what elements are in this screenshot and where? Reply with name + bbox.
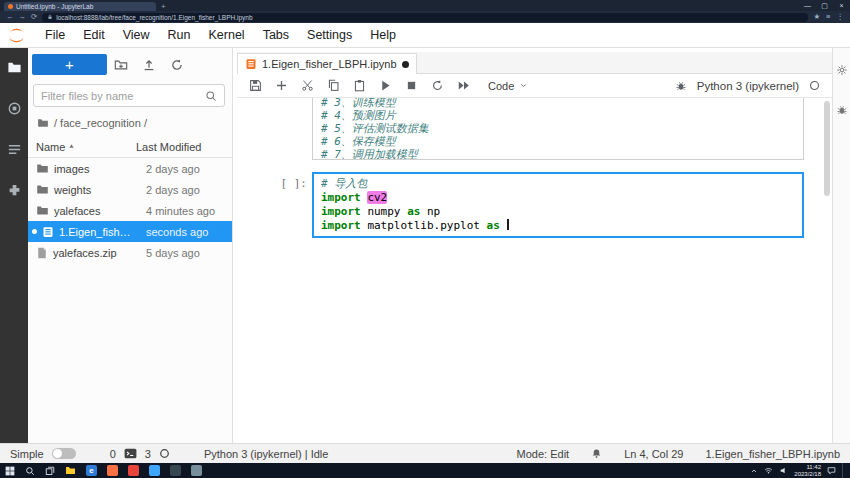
- code-comment-line: # 4、预测图片: [321, 109, 795, 122]
- right-activity-bar: [832, 48, 850, 443]
- copy-icon[interactable]: [327, 79, 340, 92]
- kernel-status-idle-icon[interactable]: [809, 80, 820, 91]
- debugger-bug-icon[interactable]: [836, 104, 848, 116]
- url-field[interactable]: localhost:8888/lab/tree/face_recognition…: [42, 13, 808, 22]
- file-browser-toolbar: +: [32, 54, 230, 75]
- settings-app-icon[interactable]: [191, 465, 202, 476]
- vertical-scrollbar-thumb[interactable]: [824, 101, 830, 196]
- mode-indicator[interactable]: Mode: Edit: [517, 448, 570, 460]
- interrupt-kernel-stop-icon[interactable]: [405, 79, 418, 92]
- terminals-count[interactable]: 0: [110, 448, 116, 460]
- file-row-zip[interactable]: yalefaces.zip 5 days ago: [28, 242, 232, 263]
- clock-date: 2023/2/18: [794, 471, 821, 478]
- table-of-contents-icon[interactable]: [7, 142, 22, 157]
- menu-file[interactable]: File: [36, 23, 74, 48]
- volume-icon[interactable]: [779, 466, 788, 475]
- notification-center-icon[interactable]: [827, 466, 836, 475]
- new-folder-icon[interactable]: [107, 58, 135, 72]
- new-launcher-button[interactable]: +: [32, 54, 107, 75]
- wifi-icon[interactable]: [764, 466, 773, 475]
- kernels-count[interactable]: 3: [145, 448, 151, 460]
- bug-debugger-icon[interactable]: [675, 80, 687, 92]
- more-options-icon[interactable]: ⋮: [837, 11, 845, 23]
- menu-help[interactable]: Help: [361, 23, 405, 48]
- file-row-notebook-selected[interactable]: 1.Eigen_fish… seconds ago: [28, 221, 232, 242]
- lock-icon: [47, 14, 53, 20]
- running-sessions-icon[interactable]: [7, 101, 22, 116]
- menu-view[interactable]: View: [114, 23, 159, 48]
- notebook-scroll-area[interactable]: # 3、训练模型 # 4、预测图片 # 5、评估测试数据集 # 6、保存模型 #…: [237, 98, 832, 443]
- property-inspector-gear-icon[interactable]: [836, 64, 848, 76]
- column-last-modified[interactable]: Last Modified: [136, 141, 224, 153]
- file-browser-icon[interactable]: [7, 60, 22, 75]
- code-cell-scrolled[interactable]: # 3、训练模型 # 4、预测图片 # 5、评估测试数据集 # 6、保存模型 #…: [312, 98, 804, 160]
- file-row-weights[interactable]: weights 2 days ago: [28, 179, 232, 200]
- notebook-toolbar: Code Python 3 (ipykernel): [237, 74, 832, 98]
- menu-run[interactable]: Run: [159, 23, 200, 48]
- show-desktop-button[interactable]: [842, 463, 845, 478]
- menu-edit[interactable]: Edit: [74, 23, 114, 48]
- notification-bell-icon[interactable]: [591, 448, 602, 459]
- notebook-tab[interactable]: 1.Eigen_fisher_LBPH.ipynb: [237, 53, 417, 74]
- browser-tab[interactable]: Untitled.ipynb - JupyterLab: [4, 2, 156, 11]
- unsaved-changes-dot[interactable]: [402, 61, 409, 68]
- paste-icon[interactable]: [353, 79, 366, 92]
- insert-cell-plus-icon[interactable]: [275, 79, 288, 92]
- tray-chevron-up-icon[interactable]: [750, 467, 758, 475]
- chrome-browser-icon[interactable]: [128, 465, 139, 476]
- vscode-icon[interactable]: [149, 465, 160, 476]
- run-cell-icon[interactable]: [379, 79, 392, 92]
- upload-icon[interactable]: [135, 58, 163, 72]
- terminal-app-icon[interactable]: [170, 465, 181, 476]
- cut-scissors-icon[interactable]: [301, 79, 314, 92]
- back-icon[interactable]: ←: [6, 11, 14, 23]
- menu-settings[interactable]: Settings: [298, 23, 361, 48]
- browser-actions: ★ ≡ ⋮: [813, 11, 844, 23]
- refresh-icon[interactable]: [163, 58, 191, 72]
- cell-type-value: Code: [488, 80, 514, 92]
- cursor-position[interactable]: Ln 4, Col 29: [624, 448, 683, 460]
- restart-run-all-icon[interactable]: [457, 79, 471, 92]
- menu-tabs[interactable]: Tabs: [254, 23, 298, 48]
- code-comment: # 导入包: [321, 177, 367, 190]
- breadcrumb[interactable]: / face_recognition /: [37, 115, 147, 130]
- statusbar-filename[interactable]: 1.Eigen_fisher_LBPH.ipynb: [705, 448, 840, 460]
- maximize-button[interactable]: ▢: [816, 0, 833, 11]
- file-list: images 2 days ago weights 2 days ago yal…: [28, 158, 232, 263]
- left-activity-bar: [0, 48, 28, 443]
- taskbar-search-icon[interactable]: [25, 466, 35, 476]
- bookmark-star-icon[interactable]: ★: [813, 11, 820, 23]
- column-name[interactable]: Name: [36, 141, 136, 153]
- jupyter-logo-icon: [7, 26, 26, 45]
- taskbar-clock[interactable]: 11:42 2023/2/18: [794, 464, 821, 477]
- file-name: 1.Eigen_fish…: [59, 226, 141, 238]
- simple-mode-toggle[interactable]: [52, 448, 76, 459]
- forward-icon[interactable]: →: [19, 11, 27, 23]
- kernel-sessions-icon[interactable]: [159, 448, 170, 459]
- system-tray: 11:42 2023/2/18: [750, 463, 845, 478]
- firefox-browser-icon[interactable]: [107, 465, 118, 476]
- reload-icon[interactable]: ⟳: [31, 11, 37, 23]
- terminal-icon[interactable]: [124, 448, 137, 459]
- menu-kernel[interactable]: Kernel: [200, 23, 254, 48]
- kernel-name[interactable]: Python 3 (ipykernel): [697, 80, 799, 92]
- cell-type-dropdown[interactable]: Code: [488, 80, 528, 92]
- browser-menu-icon[interactable]: ≡: [826, 11, 830, 23]
- file-explorer-icon[interactable]: [65, 465, 76, 476]
- save-icon[interactable]: [249, 79, 262, 92]
- new-tab-button[interactable]: +: [161, 2, 166, 11]
- file-row-images[interactable]: images 2 days ago: [28, 158, 232, 179]
- restart-kernel-icon[interactable]: [431, 79, 444, 92]
- edge-browser-icon[interactable]: e: [86, 465, 97, 476]
- code-comment-line: # 5、评估测试数据集: [321, 122, 795, 135]
- task-view-icon[interactable]: [45, 466, 55, 476]
- file-row-yalefaces[interactable]: yalefaces 4 minutes ago: [28, 200, 232, 221]
- extension-manager-puzzle-icon[interactable]: [7, 183, 22, 198]
- filter-files-input[interactable]: [41, 90, 205, 102]
- active-code-cell[interactable]: # 导入包 import cv2 import numpy as np impo…: [312, 172, 804, 238]
- close-button[interactable]: ×: [833, 0, 850, 11]
- home-folder-icon: [37, 117, 49, 129]
- kernel-status-text[interactable]: Python 3 (ipykernel) | Idle: [204, 448, 329, 460]
- minimize-button[interactable]: —: [799, 0, 816, 11]
- windows-start-icon[interactable]: [5, 466, 15, 476]
